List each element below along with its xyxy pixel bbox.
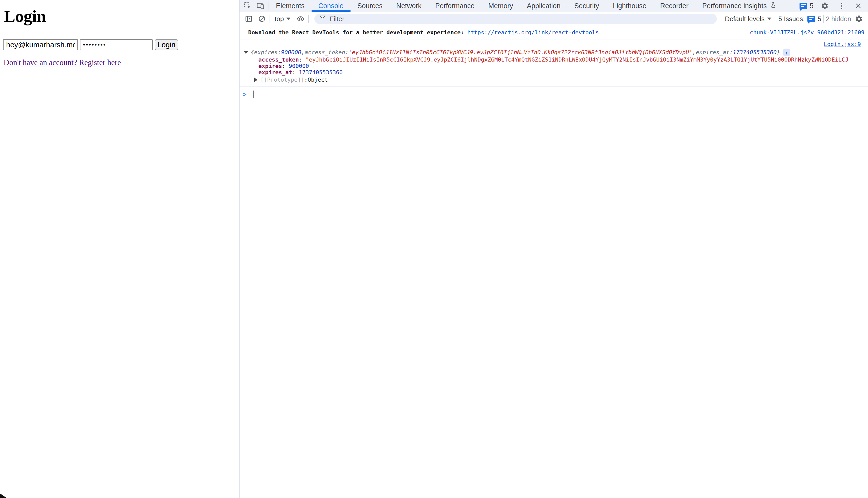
chevron-down-icon [767, 17, 771, 20]
devtools-tabs: Elements Console Sources Network Perform… [269, 0, 784, 12]
toolbar-separator-3 [776, 15, 776, 23]
log-levels-selector[interactable]: Default levels [723, 15, 774, 23]
property-value-access-token: "eyJhbGciOiJIUzI1NiIsInR5cCI6IkpXVCJ9.ey… [305, 56, 848, 63]
property-colon-3: : [292, 69, 299, 76]
devtools-panel: Elements Console Sources Network Perform… [240, 0, 868, 498]
react-devtools-link[interactable]: https://reactjs.org/link/react-devtools [467, 29, 599, 36]
tabbar-right-controls: 5 [800, 0, 868, 12]
mouse-cursor [0, 494, 7, 498]
expand-triangle-icon[interactable] [254, 78, 257, 82]
tab-recorder[interactable]: Recorder [653, 0, 695, 12]
devtools-tabbar: Elements Console Sources Network Perform… [240, 0, 868, 12]
issues-summary[interactable]: 5 Issues: 5 [778, 15, 821, 23]
console-settings-gear-icon[interactable] [853, 14, 865, 24]
chevron-down-icon [286, 17, 291, 20]
log-levels-label: Default levels [725, 15, 765, 23]
prompt-chevron-icon: > [243, 91, 247, 98]
inspect-element-icon[interactable] [242, 1, 253, 11]
console-message-log-object: Login.jsx:9 {expires: 900000, access_tok… [240, 39, 868, 87]
prototype-value: Object [307, 76, 328, 84]
issues-bubble-icon [800, 3, 807, 9]
console-prompt[interactable]: > [240, 87, 868, 98]
password-field[interactable] [80, 39, 153, 50]
preview-key-access-token: access_token [305, 48, 345, 56]
console-sidebar-toggle-icon[interactable] [243, 14, 254, 24]
filter-funnel-icon [319, 14, 326, 23]
execution-context-selector[interactable]: top [272, 15, 293, 23]
screen: Login Login Don't have an account? Regis… [0, 0, 868, 498]
login-form: Login [3, 39, 178, 50]
tab-performance-insights-label: Performance insights [702, 2, 767, 10]
console-output: Download the React DevTools for a better… [240, 26, 868, 498]
object-preview-line[interactable]: {expires: 900000, access_token: 'eyJhbGc… [240, 48, 865, 56]
property-row-expires-at: expires_at: 1737405535360 [240, 69, 865, 76]
close-devtools-icon[interactable] [853, 1, 864, 11]
console-toolbar: top Default levels [240, 12, 868, 26]
live-expression-eye-icon[interactable] [295, 14, 306, 24]
settings-gear-icon[interactable] [819, 1, 830, 11]
email-field[interactable] [3, 39, 78, 50]
source-link-login-jsx[interactable]: Login.jsx:9 [824, 41, 861, 47]
prototype-colon: : [304, 76, 307, 84]
property-row-prototype[interactable]: [[Prototype]]: Object [240, 76, 865, 84]
page-title: Login [4, 6, 46, 26]
preview-value-expires-at: 1737405535360 [733, 48, 777, 56]
tab-console[interactable]: Console [311, 0, 350, 12]
tab-performance-insights[interactable]: Performance insights [695, 0, 784, 12]
login-button[interactable]: Login [155, 39, 178, 50]
preview-colon: : [278, 48, 281, 56]
tab-elements[interactable]: Elements [269, 0, 311, 12]
source-line: Login.jsx:9 [240, 40, 865, 48]
preview-colon-2: : [345, 48, 348, 56]
collapse-triangle-icon[interactable] [244, 51, 248, 54]
register-link[interactable]: Don't have an account? Register here [3, 58, 121, 67]
tabbar-icons [240, 0, 269, 12]
issues-counter[interactable]: 5 [800, 2, 814, 10]
property-value-expires: 900000 [289, 63, 309, 69]
property-key-expires-at: expires_at [258, 69, 292, 76]
preview-value-expires: 900000 [281, 48, 301, 56]
login-page: Login Login Don't have an account? Regis… [0, 0, 239, 498]
info-badge-icon[interactable]: i [783, 49, 790, 56]
prototype-key: [[Prototype]] [260, 76, 304, 84]
property-key-access-token: access_token [258, 56, 299, 63]
tab-application[interactable]: Application [520, 0, 567, 12]
clear-console-icon[interactable] [256, 14, 268, 24]
react-devtools-message-text: Download the React DevTools for a better… [248, 29, 467, 36]
property-row-access-token: access_token: "eyJhbGciOiJIUzI1NiIsInR5c… [240, 56, 865, 63]
property-colon: : [299, 56, 306, 63]
tab-security[interactable]: Security [567, 0, 606, 12]
issues-counter-count: 5 [810, 2, 814, 10]
preview-colon-3: : [729, 48, 733, 56]
execution-context-label: top [275, 15, 284, 23]
preview-comma-2: , [692, 48, 696, 56]
issues-summary-label: 5 Issues: [778, 15, 805, 23]
toolbar-separator-4 [823, 15, 824, 23]
hidden-messages-label: 2 hidden [826, 15, 851, 23]
preview-comma: , [302, 48, 305, 56]
property-key-expires: expires [258, 63, 282, 69]
property-value-expires-at: 1737405535360 [299, 69, 343, 76]
issues-summary-count: 5 [818, 15, 821, 23]
preview-key-expires: expires [254, 48, 278, 56]
preview-value-access-token: 'eyJhbGciOiJIUzI1NiIsInR5cCI6IkpXVCJ9.ey… [348, 48, 692, 56]
property-colon-2: : [282, 63, 289, 69]
tab-lighthouse[interactable]: Lighthouse [606, 0, 653, 12]
preview-key-expires-at: expires_at [696, 48, 729, 56]
more-options-kebab-icon[interactable] [836, 1, 847, 11]
tab-sources[interactable]: Sources [350, 0, 390, 12]
toolbar-separator-2 [308, 15, 309, 23]
property-row-expires: expires: 900000 [240, 63, 865, 69]
console-filter[interactable] [314, 14, 717, 24]
text-cursor [253, 91, 254, 98]
filter-input[interactable] [330, 15, 712, 23]
tab-memory[interactable]: Memory [481, 0, 520, 12]
tab-network[interactable]: Network [390, 0, 429, 12]
device-toolbar-icon[interactable] [255, 1, 266, 11]
tab-performance[interactable]: Performance [429, 0, 482, 12]
source-link-chunk[interactable]: chunk-VIJJTZRL.js?v=960bd321:21609 [750, 28, 865, 37]
issues-bubble-icon [807, 16, 815, 22]
console-message-react-devtools: Download the React DevTools for a better… [240, 26, 868, 39]
preview-brace-close: } [777, 48, 780, 56]
toolbar-separator [270, 15, 270, 23]
